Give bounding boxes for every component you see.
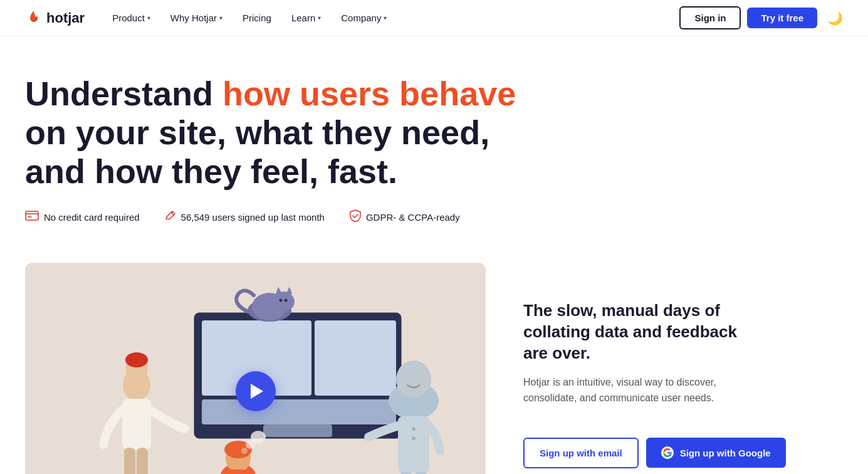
svg-point-11 <box>272 292 295 312</box>
hero-badges: No credit card required 56,549 users sig… <box>25 209 843 225</box>
nav-item-pricing[interactable]: Pricing <box>234 8 280 28</box>
signup-buttons: Sign up with email Sign up with Google <box>523 438 843 468</box>
dark-mode-toggle[interactable]: 🌙 <box>827 11 843 26</box>
hero-headline: Understand how users behave on your site… <box>25 74 539 191</box>
svg-point-14 <box>280 299 283 302</box>
svg-point-36 <box>241 448 248 454</box>
navbar: hotjar Product ▾ Why Hotjar ▾ Pricing Le… <box>0 0 868 36</box>
right-panel-headline: The slow, manual days of collating data … <box>523 300 761 364</box>
chevron-down-icon: ▾ <box>318 14 321 21</box>
svg-rect-29 <box>398 416 429 473</box>
pencil-icon <box>165 210 176 224</box>
play-triangle-icon <box>251 384 263 399</box>
badge-no-credit-card: No credit card required <box>25 211 140 224</box>
logo-text: hotjar <box>46 10 85 26</box>
chevron-down-icon: ▾ <box>384 14 387 21</box>
illustration-svg <box>25 263 486 474</box>
nav-actions: Sign in Try it free 🌙 <box>679 6 843 29</box>
badge-gdpr: GDPR- & CCPA-ready <box>350 209 460 225</box>
right-panel-description: Hotjar is an intuitive, visual way to di… <box>523 374 749 406</box>
svg-point-31 <box>412 436 416 440</box>
hotjar-flame-icon <box>25 9 43 27</box>
chevron-down-icon: ▾ <box>219 14 222 21</box>
nav-item-why-hotjar[interactable]: Why Hotjar ▾ <box>162 8 231 28</box>
nav-item-product[interactable]: Product ▾ <box>103 8 159 28</box>
svg-rect-25 <box>224 470 252 474</box>
svg-point-35 <box>246 440 256 449</box>
svg-rect-0 <box>26 211 38 220</box>
badge-users-signed-up: 56,549 users signed up last month <box>165 210 325 224</box>
try-free-button[interactable]: Try it free <box>747 8 817 28</box>
nav-item-learn[interactable]: Learn ▾ <box>283 8 330 28</box>
svg-point-30 <box>412 427 416 431</box>
nav-links: Product ▾ Why Hotjar ▾ Pricing Learn ▾ C… <box>103 8 679 28</box>
sign-up-email-button[interactable]: Sign up with email <box>523 438 639 468</box>
svg-point-15 <box>285 299 288 302</box>
svg-rect-19 <box>122 399 151 449</box>
play-button[interactable] <box>236 371 276 411</box>
hero-illustration <box>25 263 486 474</box>
svg-rect-7 <box>202 399 396 424</box>
google-icon <box>661 446 674 459</box>
right-panel: The slow, manual days of collating data … <box>523 263 843 468</box>
logo-link[interactable]: hotjar <box>25 9 85 27</box>
svg-rect-8 <box>263 424 332 437</box>
sign-in-button[interactable]: Sign in <box>679 6 741 29</box>
video-container <box>25 263 486 474</box>
svg-point-28 <box>396 361 431 398</box>
svg-rect-6 <box>315 320 396 396</box>
svg-rect-20 <box>124 448 135 474</box>
svg-point-18 <box>125 352 148 367</box>
hero-section: Understand how users behave on your site… <box>0 36 868 263</box>
nav-item-company[interactable]: Company ▾ <box>332 8 395 28</box>
shield-icon <box>350 209 361 225</box>
credit-card-icon <box>25 211 39 224</box>
chevron-down-icon: ▾ <box>147 14 150 21</box>
svg-rect-21 <box>137 448 148 474</box>
main-content: The slow, manual days of collating data … <box>0 263 868 474</box>
sign-up-google-button[interactable]: Sign up with Google <box>646 438 786 468</box>
